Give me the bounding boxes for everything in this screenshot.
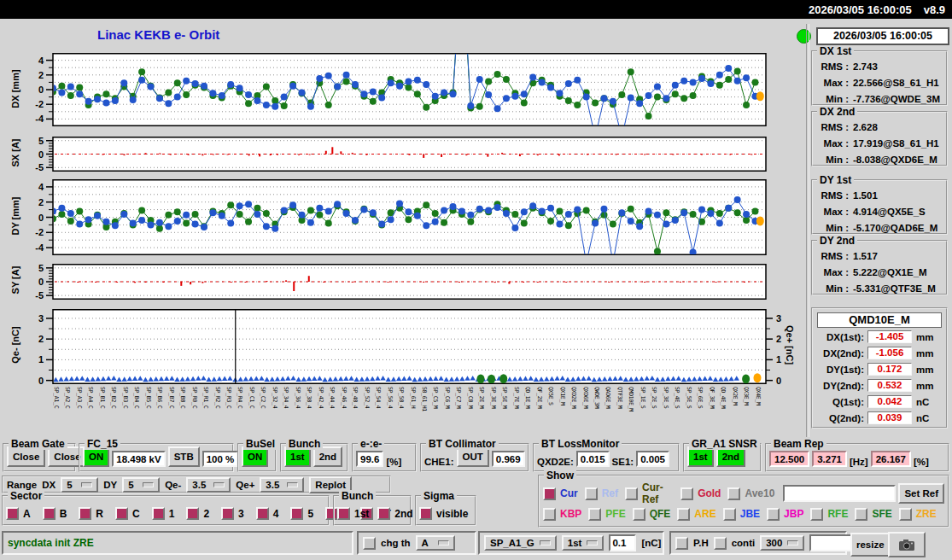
show-qfe-checkbox[interactable]: QFE: [633, 508, 671, 521]
resize-button[interactable]: resize: [850, 533, 891, 557]
rms-value: 2.628: [853, 122, 878, 132]
sector-c-checkbox[interactable]: C: [115, 507, 140, 520]
show-kbp-checkbox[interactable]: KBP: [543, 508, 581, 521]
sy-steering-plot: -505: [27, 264, 809, 300]
group-label: DX 2nd: [817, 106, 857, 118]
beam-rep-pct-unit: [%]: [914, 457, 929, 467]
bunch-group: Bunch 1st 2nd: [280, 443, 348, 472]
x-axis-monitor-label: QX3E_M: [743, 387, 750, 405]
sector-a-checkbox[interactable]: A: [6, 507, 31, 520]
show-rfe-checkbox[interactable]: RFE: [810, 508, 848, 521]
screenshot-camera-button[interactable]: [888, 532, 926, 557]
range-row: Range DX 5 DY 5 Qe- 3.5 Qe+ 3.5 Replot: [2, 475, 391, 493]
ph-checkbox[interactable]: [675, 537, 688, 550]
monitor-row-unit: nC: [916, 413, 929, 423]
fc15-stb-button[interactable]: STB: [168, 446, 200, 467]
sx-steering-plot: -505: [27, 137, 809, 172]
range-dy-dropdown[interactable]: 5: [122, 477, 160, 493]
chg-th-checkbox[interactable]: [363, 537, 376, 550]
x-axis-monitor-label: SP_C1_C: [248, 387, 255, 408]
range-qem-dropdown[interactable]: 3.5: [186, 477, 231, 493]
checkbox-indicator: [290, 507, 303, 520]
x-axis-monitor-label: QX5E_S: [547, 387, 554, 405]
threshold-input[interactable]: [609, 534, 636, 551]
checkbox-indicator: [152, 507, 165, 520]
bunch-2nd-checkbox[interactable]: 2nd: [377, 507, 412, 520]
svg-text:-5: -5: [35, 162, 44, 172]
x-axis-monitor-label: SP_58_4: [398, 387, 405, 408]
svg-text:-4: -4: [35, 114, 44, 124]
x-axis-monitor-label: SP_2E_M: [478, 387, 485, 408]
checkbox-indicator: [186, 507, 199, 520]
show-gold-checkbox[interactable]: Gold: [680, 487, 721, 500]
sector-b-checkbox[interactable]: B: [43, 507, 67, 520]
monitor-select-dropdown[interactable]: SP_A1_G: [484, 535, 557, 551]
x-axis-monitor-label: QXD2E_M: [570, 387, 577, 408]
monitor-select-panel: SP_A1_G 1st [nC]: [478, 531, 664, 555]
max-value: 22.566@S8_61_H1: [853, 78, 939, 88]
conti-checkbox[interactable]: [714, 537, 727, 550]
show-ave10-checkbox[interactable]: Ave10: [727, 487, 774, 500]
svg-text:0: 0: [38, 277, 44, 287]
checkbox-indicator: [419, 507, 432, 520]
sector-5-checkbox[interactable]: 5: [290, 507, 313, 520]
max-value: 17.919@S8_61_H1: [853, 138, 939, 149]
x-axis-monitor-label: QF_2E_M: [536, 387, 543, 408]
set-ref-input[interactable]: [783, 485, 896, 502]
set-ref-button[interactable]: Set Ref: [898, 483, 944, 504]
sigma-visible-checkbox[interactable]: visible: [419, 507, 468, 520]
monitor-row-label: DX(2nd):: [815, 348, 864, 359]
group-label: BT LossMonitor: [539, 438, 622, 450]
show-cur-ref-checkbox[interactable]: Cur-Ref: [625, 481, 674, 505]
dx-orbit-plot: -4-2024: [27, 53, 809, 126]
range-dx-dropdown[interactable]: 5: [61, 477, 98, 493]
checkbox-indicator: [221, 507, 234, 520]
x-axis-monitor-label: SP_46_4: [341, 387, 348, 408]
checkbox-indicator: [337, 507, 350, 520]
monitor-row-unit: mm: [916, 348, 933, 359]
checkbox-indicator: [899, 508, 912, 521]
busel-group: BuSel ON: [237, 443, 277, 472]
show-are-checkbox[interactable]: ARE: [677, 508, 715, 521]
show-pfe-checkbox[interactable]: PFE: [588, 508, 625, 521]
x-axis-monitor-label: SP_C5_M: [432, 387, 439, 408]
monitor-row-value: 0.532: [867, 379, 912, 392]
count-dropdown[interactable]: 300: [760, 535, 804, 551]
show-jbe-checkbox[interactable]: JBE: [723, 508, 760, 521]
show-cur-checkbox[interactable]: Cur: [543, 487, 578, 500]
sector-2-checkbox[interactable]: 2: [186, 507, 209, 520]
group-label: Beam Gate: [9, 438, 67, 450]
svg-text:4: 4: [38, 55, 44, 66]
sector-1-checkbox[interactable]: 1: [152, 507, 175, 520]
x-axis-monitor-label: SP_44_4: [329, 387, 336, 408]
free-input[interactable]: [809, 534, 856, 551]
qxd2e-label: QXD2E:: [537, 457, 574, 467]
bunch-select-dropdown[interactable]: 1st: [562, 535, 604, 551]
x-axis-monitor-label: SP_B3_C: [122, 387, 129, 408]
x-axis-monitor-label: QMD10E_M: [628, 387, 634, 411]
sector-r-checkbox[interactable]: R: [79, 507, 103, 520]
show-sfe-checkbox[interactable]: SFE: [855, 508, 891, 521]
show-zre-checkbox[interactable]: ZRE: [899, 508, 937, 521]
x-axis-monitor-label: S8_61_H1: [421, 387, 428, 411]
sector-3-checkbox[interactable]: 3: [221, 507, 244, 520]
show-ref-checkbox[interactable]: Ref: [585, 487, 618, 500]
bunch-select-group: Bunch 1st2nd: [333, 495, 412, 526]
x-axis-monitor-label: SP_54_4: [375, 387, 382, 408]
bunch-1st-checkbox[interactable]: 1st: [337, 507, 369, 520]
x-axis-monitor-label: QXD6E_M: [582, 387, 589, 408]
monitor-value-row: DY(1st):0.172mm: [815, 362, 944, 376]
acquisition-panel: P.H conti 300: [669, 531, 847, 555]
sector-4-checkbox[interactable]: 4: [256, 507, 279, 520]
x-axis-monitor-label: SP_B4_C: [133, 387, 140, 408]
monitor-row-unit: nC: [916, 397, 929, 407]
svg-text:1: 1: [38, 354, 44, 365]
group-label: DX 1st: [817, 45, 854, 57]
svg-text:3: 3: [38, 313, 44, 324]
show-jbp-checkbox[interactable]: JBP: [767, 508, 803, 521]
sector-select-dropdown[interactable]: A: [416, 535, 455, 551]
range-qep-dropdown[interactable]: 3.5: [260, 477, 304, 493]
monitor-row-label: Q(1st):: [815, 397, 864, 407]
svg-text:-5: -5: [35, 290, 44, 300]
svg-text:-2: -2: [35, 227, 44, 237]
